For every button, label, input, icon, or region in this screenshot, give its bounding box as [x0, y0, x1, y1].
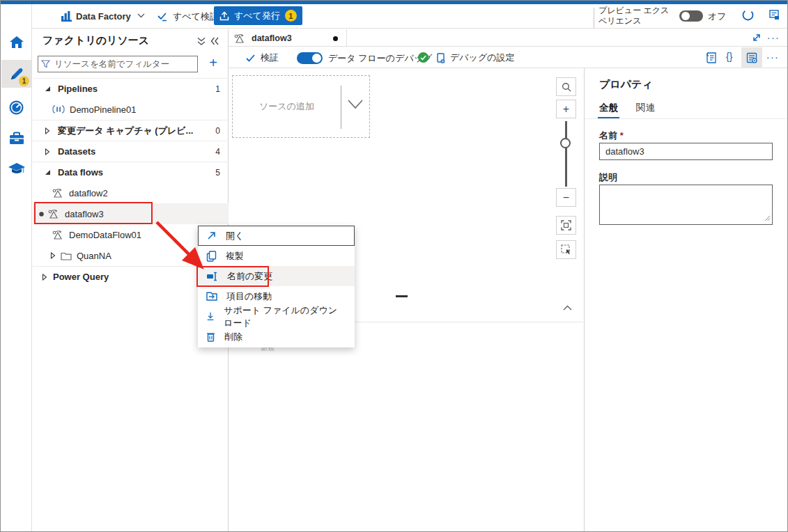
- nav-author-button[interactable]: 1: [1, 60, 31, 88]
- description-textarea[interactable]: [599, 185, 773, 225]
- notifications-icon[interactable]: [768, 8, 781, 22]
- tree-label: Data flows: [58, 167, 103, 178]
- properties-toggle-button[interactable]: [741, 47, 762, 68]
- properties-title: プロパティ: [599, 78, 653, 91]
- multi-select-icon: [561, 244, 571, 255]
- code-braces-icon[interactable]: {}: [726, 51, 732, 62]
- dataflow-debug-toggle[interactable]: [297, 52, 323, 64]
- tab-label: dataflow3: [252, 33, 292, 43]
- collapse-all-icon[interactable]: [197, 37, 206, 46]
- modified-dot: [39, 212, 44, 217]
- collapsed-triangle-icon[interactable]: [43, 127, 52, 134]
- copy-icon: [206, 251, 217, 262]
- validate-all-button[interactable]: すべて検証: [157, 10, 219, 24]
- tree-count: 1: [215, 84, 220, 94]
- download-icon: [206, 311, 215, 322]
- filter-icon: [41, 60, 50, 68]
- nav-home-button[interactable]: [1, 29, 31, 56]
- zoom-slider-track[interactable]: [565, 121, 567, 187]
- folder-icon: [61, 251, 72, 260]
- toolbar-more-icon[interactable]: ...: [766, 49, 780, 61]
- tree-section-pipelines[interactable]: Pipelines 1: [33, 78, 229, 99]
- menu-item-download[interactable]: サポート ファイルのダウンロード: [198, 306, 355, 327]
- tree-section-data-flows[interactable]: Data flows 5: [33, 162, 229, 182]
- dataflow-icon: [52, 188, 64, 198]
- debug-settings-label: デバッグの設定: [450, 52, 515, 64]
- tree-label: DemoPineline01: [70, 104, 136, 115]
- collapse-panel-icon[interactable]: [210, 37, 219, 45]
- app-title: Data Factory: [76, 11, 131, 22]
- add-resource-button[interactable]: +: [205, 54, 222, 71]
- properties-tabs: 全般 関連: [585, 100, 788, 119]
- trash-icon: [206, 331, 215, 342]
- validate-label: 検証: [261, 52, 279, 64]
- pipeline-icon: [52, 105, 65, 114]
- script-icon[interactable]: [705, 52, 718, 64]
- tab-dataflow3[interactable]: dataflow3: [229, 29, 347, 47]
- splitter-handle[interactable]: [396, 295, 408, 297]
- add-source-box[interactable]: ソースの追加: [232, 75, 370, 138]
- nav-learning-button[interactable]: [1, 156, 31, 184]
- publish-icon: [219, 11, 229, 21]
- chevron-down-icon[interactable]: [346, 99, 364, 110]
- chevron-down-icon[interactable]: [137, 13, 145, 18]
- tree-item-dataflow2[interactable]: dataflow2: [33, 182, 229, 203]
- expand-editor-icon[interactable]: [752, 33, 762, 42]
- menu-item-rename[interactable]: 名前の変更: [198, 266, 355, 286]
- name-input[interactable]: [599, 143, 773, 160]
- collapsed-triangle-icon[interactable]: [43, 148, 52, 155]
- data-factory-logo-icon: [61, 10, 72, 22]
- tab-related[interactable]: 関連: [636, 102, 655, 114]
- tab-general[interactable]: 全般: [599, 102, 618, 114]
- menu-item-label: サポート ファイルのダウンロード: [224, 304, 346, 329]
- refresh-spinner-icon[interactable]: [741, 8, 755, 22]
- nav-manage-button[interactable]: [1, 125, 31, 152]
- publish-badge: 1: [285, 10, 297, 22]
- debug-status-ok-icon: [418, 52, 428, 63]
- resource-filter-input[interactable]: [54, 59, 190, 69]
- menu-item-duplicate[interactable]: 複製: [198, 246, 355, 266]
- zoom-out-button[interactable]: −: [556, 188, 576, 207]
- header-divider: [594, 8, 594, 29]
- tree-label: Power Query: [53, 272, 109, 282]
- zoom-to-fit-button[interactable]: [556, 216, 576, 235]
- tree-item-demopineline01[interactable]: DemoPineline01: [33, 99, 229, 120]
- multi-select-button[interactable]: [556, 240, 576, 259]
- validate-button[interactable]: 検証: [246, 50, 279, 65]
- name-field-label: 名前 *: [599, 130, 624, 142]
- zoom-in-button[interactable]: +: [556, 100, 576, 118]
- menu-item-delete[interactable]: 削除: [198, 327, 355, 347]
- debug-settings-button[interactable]: デバッグの設定: [434, 50, 515, 65]
- rename-icon: [206, 272, 218, 281]
- menu-item-label: 複製: [226, 250, 244, 263]
- tree-label: Pipelines: [58, 84, 98, 94]
- collapsed-triangle-icon[interactable]: [49, 252, 56, 259]
- menu-item-open[interactable]: 開く: [198, 226, 355, 246]
- menu-item-label: 削除: [224, 331, 242, 343]
- check-icon: [246, 54, 255, 62]
- tree-label: dataflow3: [65, 209, 104, 219]
- nav-monitor-button[interactable]: [1, 93, 31, 121]
- preview-toggle-state: オフ: [708, 10, 727, 23]
- canvas-search-button[interactable]: [556, 77, 576, 96]
- menu-item-label: 開く: [226, 230, 244, 242]
- tab-more-icon[interactable]: ...: [767, 29, 780, 41]
- validate-all-label: すべて検証: [173, 10, 219, 23]
- zoom-slider-knob[interactable]: [560, 138, 571, 148]
- tree-label: 変更データ キャプチャ (プレビ...: [58, 125, 193, 137]
- open-icon: [206, 230, 217, 241]
- textarea-resize-grip[interactable]: [764, 215, 771, 221]
- preview-experience-toggle[interactable]: [679, 10, 703, 22]
- debug-settings-icon: [434, 52, 445, 63]
- expanded-triangle-icon[interactable]: [43, 169, 52, 175]
- expanded-triangle-icon[interactable]: [43, 86, 52, 92]
- collapse-bottom-panel-icon[interactable]: [563, 305, 572, 311]
- graduation-cap-icon: [8, 162, 26, 178]
- collapsed-triangle-icon[interactable]: [40, 274, 49, 281]
- tree-item-dataflow3[interactable]: dataflow3: [33, 203, 229, 224]
- tree-section-datasets[interactable]: Datasets 4: [33, 141, 229, 162]
- move-item-icon: [206, 292, 217, 302]
- tree-section-change-data-capture[interactable]: 変更データ キャプチャ (プレビ... 0: [33, 120, 229, 141]
- publish-all-button[interactable]: すべて発行 1: [214, 6, 302, 25]
- header-bar: » Data Factory すべて検証 すべて発行 1 プレビュー エクスペリ…: [1, 4, 788, 29]
